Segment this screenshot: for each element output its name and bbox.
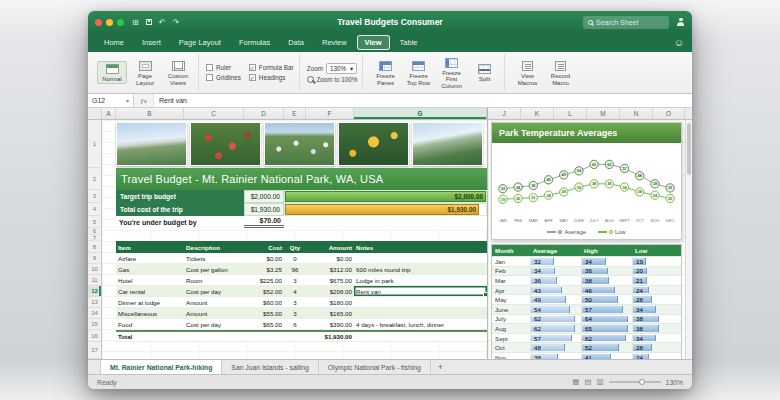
total-cost-value[interactable]: $1,930.00 [244,203,284,216]
formula-input[interactable]: Rent van [154,94,692,107]
cell-item[interactable]: Gas [116,264,184,274]
vertical-scrollbar-thumb[interactable] [687,123,691,175]
temp-cell-month[interactable]: July [492,315,530,324]
row-header-12[interactable]: 12 [88,286,101,297]
temp-cell-month[interactable]: Jan [492,257,530,266]
temp-cell-average[interactable]: 43 [530,286,581,295]
cell-description[interactable]: Cost per gallon [184,264,244,274]
temp-cell-high[interactable]: 36 [581,267,632,276]
column-header-c[interactable]: C [184,108,244,119]
temp-cell-month[interactable]: June [492,305,530,314]
ribbon-tab-table[interactable]: Table [392,35,426,50]
zoom-slider-knob[interactable] [639,379,645,385]
cell-amount[interactable]: $312.00 [306,264,354,274]
temp-cell-average[interactable]: 57 [530,334,581,343]
row-header-2[interactable]: 2 [88,168,101,190]
temp-cell-high[interactable]: 64 [581,315,632,324]
view-normal-button[interactable]: Normal [97,61,127,84]
cell-item[interactable]: Car rental [116,286,184,296]
temp-cell-high[interactable]: 38 [581,276,632,285]
cell-notes[interactable] [354,332,487,341]
row-header-14[interactable]: 14 [88,308,101,319]
close-window-button[interactable] [95,19,102,26]
photo-yellow-flower[interactable] [338,122,409,166]
view-custom-views-button[interactable]: Custom Views [163,58,193,87]
zoom-dropdown[interactable]: 130% ▾ [326,63,357,74]
app-grid-icon[interactable]: ⊞ [132,18,139,27]
cell-cost[interactable]: $55.00 [244,308,284,318]
macro-view-macros-button[interactable]: View Macros [512,58,542,87]
temp-cell-low[interactable]: 38 [632,324,681,333]
cell-amount[interactable]: $675.00 [306,275,354,285]
cell-amount[interactable]: $208.00 [306,286,354,296]
cell-qty[interactable]: 6 [284,319,306,329]
vertical-scrollbar[interactable] [685,120,692,359]
cell-notes[interactable]: 4 days - breakfast, lunch, dinner [354,319,487,329]
cell-item[interactable]: Food [116,319,184,329]
cell-amount[interactable]: $0.00 [306,253,354,263]
window-freeze-first-column-button[interactable]: Freeze First Column [436,55,466,91]
row-header-16[interactable]: 16 [88,330,101,342]
temperature-table[interactable]: MonthAverageHighLow Jan323419Feb343620Ma… [491,244,682,359]
search-input[interactable] [596,19,664,26]
row-header-5[interactable]: 5 [88,216,101,228]
cell-description[interactable]: Amount [184,308,244,318]
row-header-13[interactable]: 13 [88,297,101,308]
cell-notes[interactable] [354,297,487,307]
ribbon-tab-data[interactable]: Data [280,35,312,50]
temp-cell-month[interactable]: Nov [492,353,530,359]
row-header-8[interactable]: 8 [88,241,101,253]
cell-description[interactable]: Amount [184,297,244,307]
ribbon-tab-home[interactable]: Home [96,35,132,50]
cell-cost[interactable]: $65.00 [244,319,284,329]
column-header-e[interactable]: E [284,108,306,119]
column-header-k[interactable]: K [521,108,554,119]
feedback-smiley-icon[interactable]: ☺ [674,37,684,48]
temp-cell-average[interactable]: 38 [530,353,581,359]
temp-cell-high[interactable]: 62 [581,334,632,343]
search-box[interactable] [583,16,669,29]
photo-wildflower-meadow[interactable] [264,122,335,166]
cell-qty[interactable]: 3 [284,297,306,307]
temp-cell-month[interactable]: Feb [492,267,530,276]
temp-cell-month[interactable]: Mar [492,276,530,285]
zoom-slider[interactable] [609,381,661,383]
temp-cell-high[interactable]: 57 [581,305,632,314]
page-layout-view-icon[interactable]: ▤ [584,378,591,386]
temp-cell-average[interactable]: 49 [530,295,581,304]
photo-red-flowers[interactable] [190,122,261,166]
cell-amount[interactable]: $390.00 [306,319,354,329]
column-header-f[interactable]: F [306,108,354,119]
temp-cell-month[interactable]: Apr [492,286,530,295]
cell-qty[interactable]: 3 [284,308,306,318]
cell-notes[interactable]: 600 miles round trip [354,264,487,274]
cell-notes[interactable] [354,253,487,263]
temp-cell-high[interactable]: 50 [581,295,632,304]
save-icon[interactable] [146,19,152,25]
cell-cost[interactable]: $52.00 [244,286,284,296]
sheet-tab-san-juan-islands-sailing[interactable]: San Juan Islands - sailing [222,360,318,374]
checkbox-gridlines[interactable]: Gridlines [206,74,241,81]
page-break-view-icon[interactable]: ▥ [597,378,604,386]
redo-icon[interactable]: ↷ [172,18,179,27]
column-header-n[interactable]: N [620,108,653,119]
cell-qty[interactable]: 0 [284,253,306,263]
temp-cell-high[interactable]: 34 [581,257,632,266]
ribbon-tab-review[interactable]: Review [314,35,355,50]
insert-function-icon[interactable]: ƒx [134,94,154,107]
window-freeze-top-row-button[interactable]: Freeze Top Row [403,58,433,87]
column-header-l[interactable]: L [554,108,587,119]
row-header-15[interactable]: 15 [88,319,101,330]
column-header-j[interactable]: J [488,108,521,119]
temp-cell-month[interactable]: May [492,295,530,304]
temp-cell-low[interactable]: 19 [632,257,681,266]
temp-cell-average[interactable]: 62 [530,315,581,324]
cell-item[interactable]: Hotel [116,275,184,285]
cell-cost[interactable]: $0.00 [244,253,284,263]
sheet-tab-olympic-national-park-fishing[interactable]: Olympic National Park - fishing [319,360,431,374]
temp-cell-low[interactable]: 21 [632,276,681,285]
checkbox-headings[interactable]: ✓Headings [249,74,294,81]
checkbox-ruler[interactable]: Ruler [206,64,241,71]
cell-notes[interactable]: Lodge in park [354,275,487,285]
temp-cell-low[interactable]: 24 [632,286,681,295]
